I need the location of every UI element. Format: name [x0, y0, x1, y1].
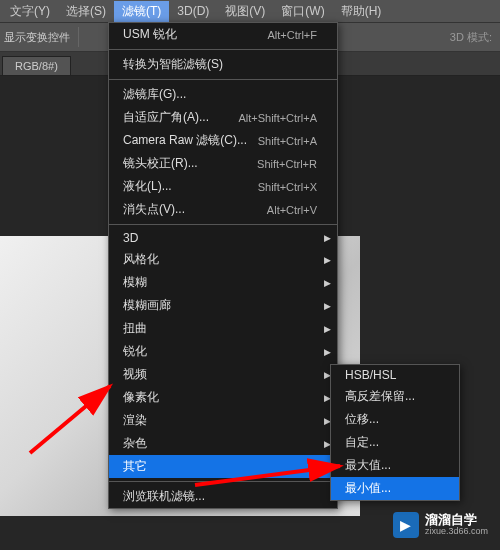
- submenu-highpass[interactable]: 高反差保留...: [331, 385, 459, 408]
- menu-label: 模糊: [123, 274, 147, 291]
- show-transform-controls-label: 显示变换控件: [4, 30, 70, 45]
- menu-text[interactable]: 文字(Y): [2, 1, 58, 22]
- menu-item-browse-online[interactable]: 浏览联机滤镜...: [109, 485, 337, 508]
- submenu-hsb[interactable]: HSB/HSL: [331, 365, 459, 385]
- menu-filter[interactable]: 滤镜(T): [114, 1, 169, 22]
- menu-item-liquify[interactable]: 液化(L)...Shift+Ctrl+X: [109, 175, 337, 198]
- chevron-right-icon: ▶: [324, 347, 331, 357]
- menu-label: HSB/HSL: [345, 368, 396, 382]
- submenu-offset[interactable]: 位移...: [331, 408, 459, 431]
- menu-label: 消失点(V)...: [123, 201, 185, 218]
- menu-label: 模糊画廊: [123, 297, 171, 314]
- document-tab[interactable]: RGB/8#): [2, 56, 71, 75]
- chevron-right-icon: ▶: [324, 278, 331, 288]
- other-submenu: HSB/HSL 高反差保留... 位移... 自定... 最大值... 最小值.…: [330, 364, 460, 501]
- submenu-maximum[interactable]: 最大值...: [331, 454, 459, 477]
- menu-separator: [109, 49, 337, 50]
- menu-item-lens[interactable]: 镜头校正(R)...Shift+Ctrl+R: [109, 152, 337, 175]
- menu-label: 渲染: [123, 412, 147, 429]
- menu-label: 杂色: [123, 435, 147, 452]
- menu-label: 滤镜库(G)...: [123, 86, 186, 103]
- mode-label: 3D 模式:: [450, 30, 492, 45]
- menu-help[interactable]: 帮助(H): [333, 1, 390, 22]
- menu-item-pixelate[interactable]: 像素化▶: [109, 386, 337, 409]
- menu-label: 锐化: [123, 343, 147, 360]
- menu-shortcut: Alt+Shift+Ctrl+A: [238, 112, 317, 124]
- menu-label: 风格化: [123, 251, 159, 268]
- menu-3d[interactable]: 3D(D): [169, 2, 217, 20]
- menu-label: 高反差保留...: [345, 388, 415, 405]
- submenu-custom[interactable]: 自定...: [331, 431, 459, 454]
- menu-label: 视频: [123, 366, 147, 383]
- menu-item-sharpen[interactable]: 锐化▶: [109, 340, 337, 363]
- menu-label: 最小值...: [345, 480, 391, 497]
- menu-item-adaptive[interactable]: 自适应广角(A)...Alt+Shift+Ctrl+A: [109, 106, 337, 129]
- menu-label: 浏览联机滤镜...: [123, 488, 205, 505]
- menu-item-gallery[interactable]: 滤镜库(G)...: [109, 83, 337, 106]
- menu-item-3d[interactable]: 3D▶: [109, 228, 337, 248]
- menu-item-render[interactable]: 渲染▶: [109, 409, 337, 432]
- menu-label: 转换为智能滤镜(S): [123, 56, 223, 73]
- menu-item-other[interactable]: 其它▶: [109, 455, 337, 478]
- menu-label: 液化(L)...: [123, 178, 172, 195]
- watermark-text: 溜溜自学 zixue.3d66.com: [425, 513, 488, 537]
- menu-shortcut: Shift+Ctrl+X: [258, 181, 317, 193]
- chevron-right-icon: ▶: [324, 255, 331, 265]
- menu-label: 位移...: [345, 411, 379, 428]
- menu-label: 像素化: [123, 389, 159, 406]
- watermark-site: zixue.3d66.com: [425, 527, 488, 537]
- menubar: 文字(Y) 选择(S) 滤镜(T) 3D(D) 视图(V) 窗口(W) 帮助(H…: [0, 0, 500, 22]
- watermark-logo-icon: ▶: [393, 512, 419, 538]
- submenu-minimum[interactable]: 最小值...: [331, 477, 459, 500]
- menu-label: 3D: [123, 231, 138, 245]
- menu-separator: [109, 79, 337, 80]
- menu-label: 扭曲: [123, 320, 147, 337]
- watermark-brand: 溜溜自学: [425, 513, 488, 527]
- menu-separator: [109, 481, 337, 482]
- menu-select[interactable]: 选择(S): [58, 1, 114, 22]
- menu-item-camera-raw[interactable]: Camera Raw 滤镜(C)...Shift+Ctrl+A: [109, 129, 337, 152]
- menu-label: 自适应广角(A)...: [123, 109, 209, 126]
- menu-shortcut: Alt+Ctrl+V: [267, 204, 317, 216]
- chevron-right-icon: ▶: [324, 301, 331, 311]
- menu-shortcut: Shift+Ctrl+R: [257, 158, 317, 170]
- menu-shortcut: Alt+Ctrl+F: [267, 29, 317, 41]
- chevron-right-icon: ▶: [324, 324, 331, 334]
- menu-item-noise[interactable]: 杂色▶: [109, 432, 337, 455]
- menu-label: 镜头校正(R)...: [123, 155, 198, 172]
- menu-item-blur[interactable]: 模糊▶: [109, 271, 337, 294]
- menu-label: 自定...: [345, 434, 379, 451]
- menu-window[interactable]: 窗口(W): [273, 1, 332, 22]
- menu-label: Camera Raw 滤镜(C)...: [123, 132, 247, 149]
- menu-view[interactable]: 视图(V): [217, 1, 273, 22]
- menu-label: 其它: [123, 458, 147, 475]
- menu-item-vanishing[interactable]: 消失点(V)...Alt+Ctrl+V: [109, 198, 337, 221]
- menu-item-blur-gallery[interactable]: 模糊画廊▶: [109, 294, 337, 317]
- menu-item-stylize[interactable]: 风格化▶: [109, 248, 337, 271]
- separator: [78, 27, 79, 47]
- watermark: ▶ 溜溜自学 zixue.3d66.com: [393, 512, 488, 538]
- menu-item-usm[interactable]: USM 锐化 Alt+Ctrl+F: [109, 23, 337, 46]
- menu-label: USM 锐化: [123, 26, 177, 43]
- chevron-right-icon: ▶: [324, 233, 331, 243]
- menu-item-smart-filter[interactable]: 转换为智能滤镜(S): [109, 53, 337, 76]
- menu-label: 最大值...: [345, 457, 391, 474]
- menu-shortcut: Shift+Ctrl+A: [258, 135, 317, 147]
- menu-item-distort[interactable]: 扭曲▶: [109, 317, 337, 340]
- menu-item-video[interactable]: 视频▶: [109, 363, 337, 386]
- filter-menu: USM 锐化 Alt+Ctrl+F 转换为智能滤镜(S) 滤镜库(G)... 自…: [108, 22, 338, 509]
- menu-separator: [109, 224, 337, 225]
